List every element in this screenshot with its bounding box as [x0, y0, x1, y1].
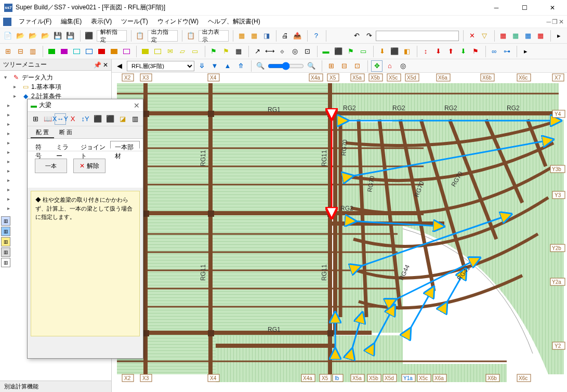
flag-g[interactable]: ⚑ [208, 46, 219, 57]
ptb9[interactable]: ▥ [129, 113, 141, 125]
tb1-a[interactable]: ▦ [236, 30, 247, 42]
ld3[interactable]: ◧ [401, 46, 413, 57]
menu-help[interactable]: ヘルプ、解説書(H) [204, 16, 265, 28]
open-button[interactable]: 📂 [15, 30, 26, 42]
el3[interactable]: ⚑ [345, 46, 357, 57]
tree-pin-icon[interactable]: 📌 ✕ [94, 61, 108, 69]
sg[interactable] [46, 46, 57, 57]
expand2[interactable]: ▸ [520, 46, 531, 57]
sc[interactable] [71, 46, 82, 57]
floor-prev-icon[interactable]: ◀ [114, 60, 125, 72]
tb1-c[interactable]: ◨ [261, 30, 272, 42]
output-view-button[interactable]: 出力表示 [199, 30, 229, 42]
menu-tool[interactable]: ツール(T) [117, 16, 152, 28]
menu-edit[interactable]: 編集(E) [57, 16, 86, 28]
sm[interactable] [58, 46, 70, 57]
ptb3[interactable]: X↔Y [55, 113, 66, 125]
expand-button[interactable]: ▸ [553, 30, 565, 42]
minimize-button[interactable]: ─ [486, 4, 507, 11]
view1-button[interactable]: ⊞ [2, 46, 14, 57]
side-icon-4[interactable]: ▥ [1, 247, 10, 257]
delete-red-button[interactable]: ✕ [466, 30, 478, 42]
grid3-button[interactable]: ▦ [522, 30, 534, 42]
mdi-minimize-icon[interactable]: ─ [546, 18, 551, 25]
el1[interactable]: ▬ [320, 46, 332, 57]
tree-bottom-button[interactable]: 別途計算機能 [0, 381, 111, 392]
undo-button[interactable]: ↶ [351, 30, 362, 42]
zoom-in-icon[interactable]: 🔍 [306, 60, 317, 72]
tree-root[interactable]: データ入力 [22, 73, 53, 82]
maximize-button[interactable]: ☐ [514, 4, 535, 11]
filter-button[interactable]: ▽ [479, 30, 490, 42]
pan-icon[interactable]: ✥ [371, 60, 383, 72]
menu-view[interactable]: 表示(V) [87, 16, 116, 28]
sy4[interactable]: ▱ [177, 46, 188, 57]
sp[interactable] [121, 46, 132, 57]
print-button[interactable]: 🖨 [279, 30, 291, 42]
link2[interactable]: ⊶ [501, 46, 512, 57]
nav-down[interactable]: ▼ [209, 60, 220, 72]
output-spec-button[interactable]: 出力指定 [148, 30, 178, 42]
ptb7[interactable]: ⬛ [104, 113, 116, 125]
mdi-restore-icon[interactable]: ❐ [552, 18, 558, 25]
popup-close-button[interactable]: ✕ [134, 101, 140, 110]
sr[interactable] [96, 46, 107, 57]
sy2[interactable] [152, 46, 163, 57]
popup-subtab-single[interactable]: 一本部材 [110, 141, 140, 149]
analysis-button[interactable]: 解析指定 [97, 30, 127, 42]
ptb1[interactable]: ⊞ [30, 113, 41, 125]
menu-file[interactable]: ファイル(F) [15, 16, 56, 28]
side-icon-2[interactable]: ▥ [1, 227, 10, 236]
popup-subtab-sign[interactable]: 符 号 [31, 141, 51, 149]
ld2[interactable]: ⬛ [389, 46, 400, 57]
nav-up[interactable]: ▲ [222, 60, 233, 72]
open3-button[interactable]: 📂 [39, 30, 51, 42]
sy3[interactable]: ✉ [164, 46, 176, 57]
sy5[interactable]: ▭ [189, 46, 201, 57]
dim1[interactable]: ↗ [252, 46, 263, 57]
help-button[interactable]: ? [310, 30, 322, 42]
dim3[interactable]: ⟐ [276, 46, 288, 57]
grid4-button[interactable]: ▦ [535, 30, 546, 42]
plan-viewport[interactable]: RG1 RG1 RG2RG2RG2RG2 RG2 RG11 RG11 RG11 … [112, 73, 567, 392]
output-spec-icon[interactable]: 📋 [134, 30, 146, 42]
grid1-button[interactable]: ▦ [497, 30, 509, 42]
side-icon-1[interactable]: ▥ [1, 216, 10, 226]
popup-single-button[interactable]: 一本 [35, 159, 67, 173]
home-icon[interactable]: ⌂ [384, 60, 395, 72]
save-button[interactable]: 💾 [52, 30, 63, 42]
zoom-slider[interactable] [268, 62, 304, 70]
new-button[interactable]: 📄 [2, 30, 14, 42]
ptb4[interactable]: X [67, 113, 78, 125]
grid2-button[interactable]: ▦ [510, 30, 521, 42]
dim4[interactable]: ◎ [289, 46, 300, 57]
sy1[interactable] [139, 46, 151, 57]
tb1-b[interactable]: ▦ [248, 30, 260, 42]
menu-window[interactable]: ウィンドウ(W) [153, 16, 203, 28]
nav-up-bar[interactable]: ⤊ [235, 60, 246, 72]
mdi-close-icon[interactable]: ✕ [559, 18, 564, 25]
ar1[interactable]: ↕ [420, 46, 431, 57]
popup-tab-section[interactable]: 断 面 [54, 126, 77, 138]
redo-button[interactable]: ↷ [363, 30, 375, 42]
floor-select[interactable]: RFL層(3F階) [127, 61, 194, 71]
dim5[interactable]: ⊡ [301, 46, 313, 57]
ptb5[interactable]: ↕Y [80, 113, 91, 125]
dim2[interactable]: ⟷ [264, 46, 275, 57]
grid-tb2[interactable]: ⊟ [338, 60, 350, 72]
nav-down-bar[interactable]: ⤋ [196, 60, 207, 72]
analysis-icon[interactable]: ⬛ [83, 30, 95, 42]
saveall-button[interactable]: 💾 [64, 30, 76, 42]
hatch[interactable]: ▦ [233, 46, 244, 57]
grid-tb1[interactable]: ⊞ [325, 60, 337, 72]
el2[interactable]: ⬛ [333, 46, 344, 57]
popup-subtab-mirror[interactable]: ミラー [51, 141, 76, 149]
ptb6[interactable]: ⬛ [92, 113, 103, 125]
ld1[interactable]: ⬇ [376, 46, 388, 57]
ar4[interactable]: ⬇ [457, 46, 469, 57]
side-icon-3[interactable]: ▥ [1, 237, 10, 246]
popup-cancel-button[interactable]: ✕解除 [73, 159, 106, 173]
popup-tab-layout[interactable]: 配 置 [31, 126, 54, 138]
ptb2[interactable]: 📖 [42, 113, 54, 125]
open2-button[interactable]: 📂 [27, 30, 38, 42]
